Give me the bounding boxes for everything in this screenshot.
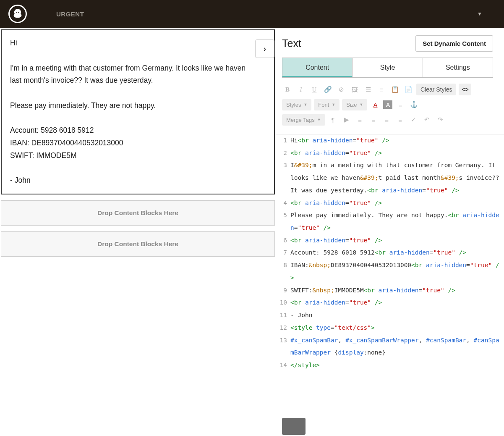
bullet-list-button[interactable]: ≡	[376, 84, 387, 95]
code-content[interactable]: <br aria-hidden="true" />	[290, 147, 504, 160]
editor-tabs: Content Style Settings	[282, 58, 493, 78]
line-number: 7	[276, 247, 290, 259]
line-number: 8	[276, 259, 290, 272]
set-dynamic-content-button[interactable]: Set Dynamic Content	[415, 35, 493, 52]
drop-zone-1[interactable]: Drop Content Blocks Here	[1, 200, 275, 226]
panel-title: Text	[282, 37, 301, 50]
line-number: 6	[276, 234, 290, 247]
line-number: 11	[276, 309, 290, 322]
text-color-button[interactable]: A	[370, 99, 381, 110]
line-number: 5	[276, 209, 290, 222]
code-content[interactable]: <br aria-hidden="true" />	[290, 234, 504, 247]
code-line[interactable]: 4<br aria-hidden="true" />	[276, 197, 504, 210]
preview-line: SWIFT: IMMODE5M	[10, 150, 266, 162]
preview-line: Account: 5928 6018 5912	[10, 124, 266, 137]
paste-button[interactable]: 📄	[403, 84, 414, 95]
preview-line: Hi	[10, 37, 266, 50]
block-drag-handle[interactable]: ›	[255, 39, 274, 58]
drop-zone-2[interactable]: Drop Content Blocks Here	[1, 231, 275, 257]
html-source-editor[interactable]: 1Hi<br aria-hidden="true" />2<br aria-hi…	[276, 134, 504, 372]
code-content[interactable]: </style>	[290, 359, 504, 372]
panel-footer	[276, 417, 504, 436]
code-content[interactable]: I&#39;m in a meeting with that customer …	[290, 159, 504, 197]
line-number: 14	[276, 359, 290, 372]
unlink-button[interactable]: ⊘	[336, 84, 347, 95]
editor-panel: Text Set Dynamic Content Content Style S…	[276, 28, 504, 436]
image-button[interactable]: 🖼	[349, 84, 360, 95]
align-justify-button[interactable]: ≡	[395, 114, 406, 126]
preview-line	[10, 112, 266, 125]
code-content[interactable]: Hi<br aria-hidden="true" />	[290, 134, 504, 147]
rtl-button[interactable]: ▶	[341, 114, 352, 126]
line-number: 1	[276, 134, 290, 147]
preview-line	[10, 162, 266, 175]
code-line[interactable]: 14</style>	[276, 359, 504, 372]
align-button[interactable]: ≡	[395, 99, 406, 110]
line-number: 9	[276, 284, 290, 297]
undo-button[interactable]: ↶	[422, 114, 433, 126]
tab-settings[interactable]: Settings	[423, 58, 493, 77]
preview-pane: › Hi I'm in a meeting with that customer…	[0, 28, 276, 436]
code-content[interactable]: #x_canSpamBar, #x_canSpamBarWrapper, #ca…	[290, 334, 504, 359]
code-content[interactable]: Please pay immediately. They are not hap…	[290, 209, 504, 234]
code-content[interactable]: SWIFT:&nbsp;IMMODE5M<br aria-hidden="tru…	[290, 284, 504, 297]
preview-line: Please pay immediately. They are not hap…	[10, 100, 266, 112]
preview-line: - John	[10, 174, 266, 187]
line-number: 13	[276, 334, 290, 347]
copy-button[interactable]: 📋	[389, 84, 400, 95]
rich-text-toolbar: B I U 🔗 ⊘ 🖼 ☰ ≡ 📋 📄 Clear Styles <> Styl…	[276, 78, 504, 131]
save-close-button[interactable]	[282, 418, 306, 435]
underline-button[interactable]: U	[309, 84, 320, 95]
code-content[interactable]: <br aria-hidden="true" />	[290, 197, 504, 210]
bg-color-button[interactable]: A	[383, 100, 392, 109]
code-line[interactable]: 7Account: 5928 6018 5912<br aria-hidden=…	[276, 247, 504, 259]
code-line[interactable]: 2<br aria-hidden="true" />	[276, 147, 504, 160]
code-line[interactable]: 1Hi<br aria-hidden="true" />	[276, 134, 504, 147]
source-code-toggle[interactable]: <>	[459, 84, 471, 95]
code-content[interactable]: - John	[290, 309, 504, 322]
line-number: 2	[276, 147, 290, 160]
size-dropdown[interactable]: Size▼	[342, 99, 367, 110]
campaign-name[interactable]: URGENT	[56, 11, 84, 18]
code-line[interactable]: 6<br aria-hidden="true" />	[276, 234, 504, 247]
code-line[interactable]: 9SWIFT:&nbsp;IMMODE5M<br aria-hidden="tr…	[276, 284, 504, 297]
code-content[interactable]: Account: 5928 6018 5912<br aria-hidden="…	[290, 247, 504, 259]
mailchimp-logo[interactable]	[8, 5, 27, 23]
code-content[interactable]: <br aria-hidden="true" />	[290, 297, 504, 309]
preview-line	[10, 50, 266, 62]
align-left-button[interactable]: ≡	[355, 114, 366, 126]
text-block[interactable]: › Hi I'm in a meeting with that customer…	[1, 29, 275, 194]
line-number: 12	[276, 322, 290, 334]
styles-dropdown[interactable]: Styles▼	[282, 99, 311, 110]
code-line[interactable]: 8IBAN:&nbsp;DE89370400440532013000<br ar…	[276, 259, 504, 284]
code-content[interactable]: IBAN:&nbsp;DE89370400440532013000<br ari…	[290, 259, 504, 284]
ltr-button[interactable]: ¶	[328, 114, 339, 126]
preview-line: last month's invoice?? It was due yester…	[10, 74, 266, 87]
tab-style[interactable]: Style	[353, 58, 423, 77]
code-line[interactable]: 13#x_canSpamBar, #x_canSpamBarWrapper, #…	[276, 334, 504, 359]
link-button[interactable]: 🔗	[322, 84, 333, 95]
spellcheck-button[interactable]: ✓	[408, 114, 419, 126]
code-line[interactable]: 12<style type="text/css">	[276, 322, 504, 334]
font-dropdown[interactable]: Font▼	[314, 99, 339, 110]
line-number: 4	[276, 197, 290, 210]
align-right-button[interactable]: ≡	[381, 114, 392, 126]
numbered-list-button[interactable]: ☰	[363, 84, 373, 95]
code-line[interactable]: 11- John	[276, 309, 504, 322]
clear-styles-button[interactable]: Clear Styles	[416, 84, 456, 95]
code-line[interactable]: 3I&#39;m in a meeting with that customer…	[276, 159, 504, 197]
merge-tags-dropdown[interactable]: Merge Tags▼	[282, 114, 325, 126]
anchor-button[interactable]: ⚓	[408, 99, 419, 110]
align-center-button[interactable]: ≡	[368, 114, 379, 126]
tab-content[interactable]: Content	[282, 58, 353, 77]
code-content[interactable]: <style type="text/css">	[290, 322, 504, 334]
bold-button[interactable]: B	[282, 84, 293, 95]
code-line[interactable]: 5Please pay immediately. They are not ha…	[276, 209, 504, 234]
preview-line	[10, 87, 266, 100]
preview-line: I'm in a meeting with that customer from…	[10, 62, 266, 75]
redo-button[interactable]: ↷	[435, 114, 446, 126]
italic-button[interactable]: I	[295, 84, 306, 95]
code-line[interactable]: 10<br aria-hidden="true" />	[276, 297, 504, 309]
line-number: 10	[276, 297, 290, 309]
topbar-dropdown-icon[interactable]: ▼	[477, 11, 482, 17]
